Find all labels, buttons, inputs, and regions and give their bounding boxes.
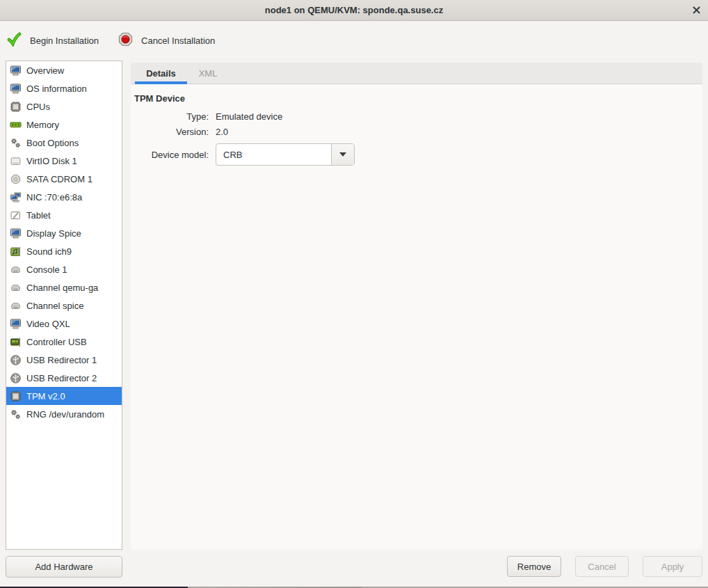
- nic-icon: [9, 191, 22, 203]
- console-icon: [9, 282, 22, 294]
- main-pane: Details XML TPM Device Type: Emulated de…: [131, 63, 702, 550]
- gears-icon: [9, 137, 22, 149]
- cancel-installation-label: Cancel Installation: [141, 35, 215, 46]
- sidebar-item-tablet[interactable]: Tablet: [6, 206, 122, 224]
- tpm-fields: Type: Emulated device Version: 2.0: [134, 111, 702, 137]
- sidebar-item-label: VirtIO Disk 1: [26, 156, 77, 166]
- version-label: Version:: [134, 127, 209, 137]
- console-icon: [9, 264, 22, 276]
- window-title: node1 on QEMU/KVM: sponde.qa.suse.cz: [265, 5, 443, 15]
- sidebar-item-label: SATA CDROM 1: [26, 174, 92, 184]
- sidebar-item-label: USB Redirector 1: [26, 355, 97, 365]
- sidebar-item-memory[interactable]: Memory: [6, 116, 122, 134]
- close-icon[interactable]: [689, 3, 704, 18]
- monitor-icon: [9, 318, 22, 330]
- sidebar-item-label: Boot Options: [26, 138, 79, 148]
- tab-strip: Details XML: [131, 63, 702, 84]
- sidebar-item-sound-ich9[interactable]: Sound ich9: [6, 242, 122, 260]
- sidebar-item-overview[interactable]: Overview: [6, 61, 122, 79]
- device-model-select[interactable]: CRB: [216, 143, 355, 166]
- sidebar-item-usb-redirector-2[interactable]: USB Redirector 2: [6, 369, 122, 387]
- sidebar-item-channel-qemu-ga[interactable]: Channel qemu-ga: [6, 278, 122, 296]
- remove-button[interactable]: Remove: [507, 556, 561, 577]
- chip-icon: [9, 390, 22, 402]
- type-value: Emulated device: [216, 111, 702, 122]
- sidebar-item-channel-spice[interactable]: Channel spice: [6, 296, 122, 315]
- monitor-icon: [9, 83, 22, 95]
- sidebar-item-label: TPM v2.0: [26, 391, 65, 402]
- gears-icon: [9, 408, 22, 420]
- titlebar: node1 on QEMU/KVM: sponde.qa.suse.cz: [0, 0, 708, 21]
- details-content: TPM Device Type: Emulated device Version…: [131, 84, 702, 550]
- sidebar-item-label: NIC :70:e6:8a: [26, 192, 82, 202]
- vm-config-window: node1 on QEMU/KVM: sponde.qa.suse.cz Beg…: [0, 0, 708, 588]
- sidebar-item-label: Overview: [26, 65, 64, 76]
- add-hardware-label: Add Hardware: [35, 562, 92, 572]
- sidebar-item-sata-cdrom-1[interactable]: SATA CDROM 1: [6, 170, 122, 188]
- sidebar-item-console-1[interactable]: Console 1: [6, 260, 122, 278]
- apply-button[interactable]: Apply: [643, 556, 702, 577]
- usb-icon: [9, 354, 22, 366]
- device-model-value: CRB: [216, 150, 331, 160]
- sidebar-item-label: CPUs: [26, 102, 50, 112]
- sidebar-item-label: Channel spice: [26, 301, 83, 311]
- usb-icon: [9, 372, 22, 384]
- sidebar-item-label: USB Redirector 2: [26, 373, 97, 383]
- sidebar-item-controller-usb[interactable]: Controller USB: [6, 333, 122, 351]
- sidebar-item-display-spice[interactable]: Display Spice: [6, 224, 122, 242]
- tab-details[interactable]: Details: [135, 63, 187, 84]
- sidebar-item-virtio-disk-1[interactable]: VirtIO Disk 1: [6, 152, 122, 170]
- sidebar-item-label: Tablet: [26, 210, 51, 221]
- begin-installation-button[interactable]: Begin Installation: [7, 32, 99, 49]
- controller-icon: [9, 336, 22, 348]
- memory-icon: [9, 119, 22, 131]
- tablet-icon: [9, 209, 22, 221]
- cancel-installation-button[interactable]: Cancel Installation: [118, 32, 215, 49]
- sidebar-item-label: Controller USB: [26, 337, 87, 347]
- disk-icon: [9, 155, 22, 167]
- section-title: TPM Device: [134, 93, 702, 104]
- sound-icon: [9, 246, 22, 257]
- sidebar-item-video-qxl[interactable]: Video QXL: [6, 315, 122, 333]
- hardware-list: Overview OS information CPUs Memory Boot…: [6, 61, 122, 550]
- sidebar-item-cpus[interactable]: CPUs: [6, 97, 122, 116]
- sidebar-item-tpm-v2-0[interactable]: TPM v2.0: [6, 387, 122, 405]
- monitor-icon: [9, 65, 22, 77]
- dropdown-button[interactable]: [331, 144, 354, 165]
- sidebar-item-label: Video QXL: [26, 319, 70, 329]
- sidebar-item-label: OS information: [26, 84, 87, 94]
- sidebar-item-label: Console 1: [26, 264, 67, 275]
- sidebar-item-label: Display Spice: [26, 228, 81, 239]
- begin-installation-label: Begin Installation: [30, 35, 99, 46]
- sidebar-item-label: Memory: [26, 120, 59, 130]
- chevron-down-icon: [339, 152, 346, 157]
- sidebar-item-usb-redirector-1[interactable]: USB Redirector 1: [6, 351, 122, 369]
- sidebar-item-os-information[interactable]: OS information: [6, 79, 122, 97]
- tab-xml[interactable]: XML: [187, 63, 229, 84]
- check-icon: [7, 32, 22, 49]
- type-label: Type:: [134, 111, 209, 122]
- device-model-row: Device model: CRB: [134, 143, 702, 166]
- chip-icon: [9, 101, 22, 113]
- monitor-icon: [9, 228, 22, 239]
- sidebar-item-label: RNG /dev/urandom: [26, 409, 104, 420]
- version-value: 2.0: [216, 127, 702, 137]
- cancel-button[interactable]: Cancel: [575, 556, 629, 577]
- cdrom-icon: [9, 173, 22, 185]
- sidebar-item-nic-70-e6-8a[interactable]: NIC :70:e6:8a: [6, 188, 122, 206]
- sidebar-item-boot-options[interactable]: Boot Options: [6, 134, 122, 152]
- device-model-label: Device model:: [134, 150, 209, 160]
- sidebar-item-label: Channel qemu-ga: [26, 283, 98, 293]
- sidebar-item-rng-dev-urandom[interactable]: RNG /dev/urandom: [6, 405, 122, 423]
- console-icon: [9, 300, 22, 312]
- sidebar-item-label: Sound ich9: [26, 246, 72, 257]
- add-hardware-button[interactable]: Add Hardware: [6, 556, 122, 578]
- stop-icon: [118, 32, 133, 49]
- toolbar: Begin Installation Cancel Installation: [0, 21, 708, 60]
